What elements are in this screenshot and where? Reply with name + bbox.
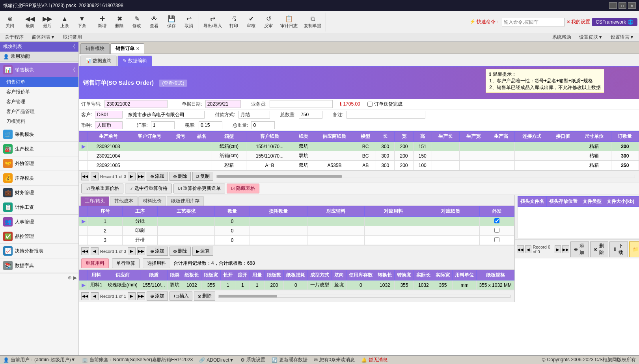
sidebar-module-purchase[interactable]: 🛒 采购模块 <box>0 127 78 142</box>
view-button[interactable]: 👁 查看 <box>146 13 162 31</box>
next-button[interactable]: ▼ 下条 <box>74 13 90 31</box>
outsource-checkbox[interactable] <box>494 228 499 233</box>
sidebar-item-sales-order[interactable]: 销售订单 <box>0 77 78 87</box>
process-row[interactable]: 3 开槽 0 <box>79 236 514 245</box>
menu-window-list[interactable]: 窗体列表▼ <box>30 33 57 41</box>
tab-sales-module[interactable]: 销售模块 <box>80 43 110 54</box>
pager-first-btn[interactable]: ◀◀ <box>81 173 89 180</box>
material-row[interactable]: ▶ 用料1 玫瑰纸业(mm) 155/110/... 双坑 1032 355 1… <box>79 280 514 290</box>
right-download-btn[interactable]: ⬇ 下载 <box>609 241 628 257</box>
sub-tab-query[interactable]: 📊 数据查询 <box>80 56 117 66</box>
proc-pager-last[interactable]: ▶▶ <box>137 247 145 255</box>
save-button[interactable]: 💾 保存 <box>163 13 180 31</box>
recalc-selected-btn[interactable]: ☑ 选中行重算价格 <box>125 184 172 193</box>
customer-code-input[interactable] <box>95 111 123 119</box>
exchange-input[interactable] <box>151 121 175 129</box>
proc-run-btn[interactable]: ▶ 运算 <box>192 247 213 256</box>
hide-table-btn[interactable]: ☑ 隐藏表格 <box>227 184 259 193</box>
export-button[interactable]: ⇄ 导出/导入 <box>201 13 225 31</box>
mat-pager-last[interactable]: ▶▶ <box>137 292 145 300</box>
sidebar-collapse-btn[interactable]: 《 <box>71 43 75 50</box>
sidebar-item-quote[interactable]: 客户报价单 <box>0 87 78 97</box>
mat-delete-btn[interactable]: ⊗ 删除 <box>194 292 215 301</box>
proc-delete-btn[interactable]: ⊗ 删除 <box>170 247 191 256</box>
table-row[interactable]: 230921004 纸箱(cm) 155/110/70... 双坑 BC 300… <box>79 151 639 161</box>
minimize-btn[interactable]: — <box>609 2 617 9</box>
mat-pager-first[interactable]: ◀◀ <box>81 292 89 300</box>
sidebar-module-analytics[interactable]: 📈 决策分析报表 <box>0 244 78 258</box>
menu-cancel-common[interactable]: 取消常用 <box>61 33 84 41</box>
sidebar-item-customer[interactable]: 客户管理 <box>0 97 78 107</box>
sidebar-module-dictionary[interactable]: 📚 数据字典 <box>0 258 78 273</box>
outsource-checkbox[interactable] <box>494 218 499 223</box>
sidebar-module-outsource[interactable]: 🤝 外协管理 <box>0 156 78 171</box>
sidebar-module-inventory[interactable]: 💰 库存模块 <box>0 171 78 186</box>
mat-add-btn[interactable]: ⊕ 添加 <box>147 292 168 301</box>
sidebar-module-qc[interactable]: ✅ 品控管理 <box>0 229 78 244</box>
proc-pager-next[interactable]: ▶ <box>128 247 136 255</box>
prev-button[interactable]: ▲ 上条 <box>56 13 73 31</box>
process-row[interactable]: ▶ 1 分纸 0 <box>79 217 514 226</box>
audit-button[interactable]: ✔ 审核 <box>243 13 259 31</box>
tab-sales-order[interactable]: 销售订单 ✕ <box>110 43 144 54</box>
order-date-input[interactable] <box>205 100 241 108</box>
table-row[interactable]: 230921005 彩箱 A=B 双坑 A535B AB 300 200 100 <box>79 161 639 170</box>
last-button[interactable]: ▶▶ 最后 <box>39 13 56 31</box>
menu-language[interactable]: 设置语言▼ <box>609 33 636 41</box>
my-settings-link[interactable]: ✕ 我的设置 <box>566 19 590 25</box>
add-button[interactable]: ✚ 新增 <box>94 13 110 31</box>
sidebar-item-knife-mold[interactable]: 刀模资料 <box>0 117 78 126</box>
menu-about[interactable]: 关于程序 <box>3 33 25 41</box>
copy-bill-button[interactable]: ⧉ 复制单据 <box>301 13 324 31</box>
sidebar-footer-btn[interactable]: ⊕ <box>68 275 72 280</box>
lower-tab-other-cost[interactable]: 其他成本 <box>110 196 138 206</box>
total-qty-input[interactable] <box>299 111 322 119</box>
pager-prev-btn[interactable]: ◀ <box>91 173 99 180</box>
lower-tab-material-compare[interactable]: 材料比价 <box>138 196 166 206</box>
payment-input[interactable] <box>238 111 270 119</box>
proc-pager-prev[interactable]: ◀ <box>91 247 99 255</box>
audit-log-button[interactable]: 📋 审计日志 <box>278 13 300 31</box>
remarks-input[interactable] <box>347 111 425 119</box>
customer-name-input[interactable] <box>126 111 205 119</box>
status-update[interactable]: 🔄 更新缓存数据 <box>272 357 307 363</box>
lower-tab-process[interactable]: 工序/裱头 <box>80 196 109 206</box>
mat-pager-next[interactable]: ▶ <box>128 292 136 300</box>
pager-add-btn[interactable]: ⊕ 添加 <box>147 172 168 181</box>
quick-cmd-input[interactable] <box>502 18 565 26</box>
reverse-button[interactable]: ↺ 反审 <box>260 13 277 31</box>
recalc-price-btn[interactable]: ☑ 整单重算价格 <box>81 184 123 193</box>
single-recalc-btn[interactable]: 单行重算 <box>112 258 140 268</box>
right-pager-last[interactable]: ▶▶ <box>562 245 569 253</box>
right-delete-btn[interactable]: ⊗ 删除 <box>590 241 609 257</box>
mat-pager-prev[interactable]: ◀ <box>91 292 99 300</box>
proc-add-btn[interactable]: ⊕ 添加 <box>147 247 168 256</box>
menu-skin[interactable]: 设置皮肤▼ <box>578 33 604 41</box>
select-material-btn[interactable]: 选择用料 <box>143 258 170 268</box>
right-pager-prev[interactable]: ◀ <box>525 245 531 253</box>
sidebar-footer-collapse[interactable]: ▶ <box>73 275 77 280</box>
maximize-btn[interactable]: □ <box>619 2 626 9</box>
print-button[interactable]: 🖨 打印 <box>225 13 242 31</box>
delivery-complete-checkbox[interactable] <box>367 102 373 107</box>
pager-delete-btn[interactable]: ⊗ 删除 <box>170 172 191 181</box>
sidebar-module-piecework[interactable]: 📋 计件工资 <box>0 200 78 215</box>
close-btn[interactable]: ✕ <box>628 2 636 9</box>
order-no-input[interactable] <box>104 100 168 108</box>
right-pager-first[interactable]: ◀◀ <box>517 245 524 253</box>
salesperson-input[interactable] <box>270 100 333 108</box>
sidebar-module-sales[interactable]: 📊 销售模块 《 <box>0 63 78 77</box>
sidebar-module-production[interactable]: 🏭 生产模块 <box>0 142 78 156</box>
close-button[interactable]: ⊗ 关闭 <box>2 13 18 31</box>
delete-button[interactable]: ✖ 删除 <box>111 13 128 31</box>
main-scrollbar[interactable] <box>216 175 635 178</box>
mat-insert-btn[interactable]: +□ 插入 <box>170 292 192 301</box>
edit-button[interactable]: ✎ 修改 <box>129 13 145 31</box>
pager-next-btn[interactable]: ▶ <box>128 173 136 180</box>
sub-tab-edit[interactable]: ✎ 数据编辑 <box>117 56 152 66</box>
table-row[interactable]: ▶ 230921003 纸箱(cm) 155/110/70... 双坑 BC 3… <box>79 142 639 151</box>
right-pager-next[interactable]: ▶ <box>555 245 561 253</box>
total-weight-input[interactable] <box>251 121 275 129</box>
recalc-update-btn[interactable]: ☑ 重算价格更新送单 <box>173 184 225 193</box>
sidebar-common-title[interactable]: 👤 常用功能 <box>0 52 78 62</box>
